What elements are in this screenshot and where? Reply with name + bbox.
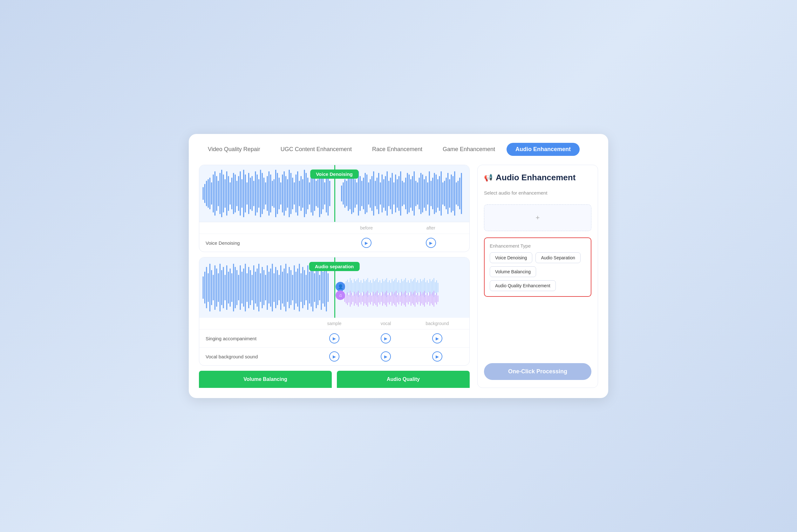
- play-vocal-vocal[interactable]: ▶: [360, 352, 412, 362]
- play-vocal-singing[interactable]: ▶: [360, 333, 412, 343]
- play-background-singing[interactable]: ▶: [412, 333, 463, 343]
- svg-rect-66: [314, 176, 315, 211]
- svg-rect-91: [366, 175, 367, 212]
- svg-rect-130: [432, 178, 433, 209]
- svg-rect-344: [413, 292, 414, 305]
- svg-rect-348: [419, 296, 419, 302]
- svg-rect-294: [346, 294, 346, 303]
- play-btn[interactable]: ▶: [329, 333, 339, 343]
- svg-rect-137: [444, 181, 445, 206]
- play-before-btn[interactable]: ▶: [361, 238, 372, 248]
- svg-rect-339: [406, 295, 407, 303]
- svg-rect-218: [321, 265, 322, 310]
- svg-rect-186: [267, 265, 268, 310]
- svg-rect-99: [380, 183, 381, 205]
- play-after[interactable]: ▶: [399, 238, 463, 248]
- svg-rect-297: [350, 291, 350, 307]
- svg-rect-3: [208, 179, 209, 208]
- svg-rect-298: [351, 293, 352, 304]
- tab-audio[interactable]: Audio Enhancement: [507, 143, 580, 156]
- svg-rect-116: [409, 175, 410, 212]
- svg-rect-296: [349, 295, 349, 303]
- svg-rect-5: [211, 183, 212, 205]
- svg-rect-234: [359, 282, 360, 293]
- play-before[interactable]: ▶: [334, 238, 399, 248]
- tab-ugc[interactable]: UGC Content Enhancement: [272, 143, 361, 156]
- svg-rect-131: [434, 173, 435, 214]
- play-btn[interactable]: ▶: [432, 333, 442, 343]
- svg-rect-103: [387, 171, 388, 215]
- svg-rect-155: [215, 265, 215, 310]
- svg-rect-345: [415, 291, 415, 307]
- svg-rect-208: [304, 270, 305, 305]
- svg-rect-166: [233, 264, 234, 311]
- svg-rect-100: [382, 175, 383, 212]
- svg-rect-110: [399, 176, 399, 211]
- svg-rect-0: [203, 187, 204, 200]
- play-background-vocal[interactable]: ▶: [412, 352, 463, 362]
- svg-rect-321: [382, 292, 383, 306]
- svg-rect-119: [414, 171, 415, 215]
- svg-rect-285: [428, 283, 429, 292]
- svg-rect-248: [378, 282, 379, 293]
- svg-rect-305: [361, 293, 361, 304]
- tag-voice-denoising[interactable]: Voice Denoising: [490, 252, 532, 263]
- svg-rect-24: [243, 170, 244, 217]
- svg-rect-243: [372, 283, 372, 292]
- svg-rect-82: [351, 173, 352, 214]
- play-btn[interactable]: ▶: [381, 333, 391, 343]
- tab-race[interactable]: Race Enhancement: [363, 143, 431, 156]
- svg-rect-170: [240, 265, 241, 310]
- svg-rect-60: [304, 170, 305, 217]
- play-sample-vocal[interactable]: ▶: [309, 352, 360, 362]
- svg-rect-352: [424, 291, 425, 307]
- svg-rect-43: [275, 170, 276, 217]
- svg-rect-83: [353, 175, 354, 212]
- svg-rect-121: [417, 183, 418, 205]
- svg-rect-101: [383, 179, 384, 208]
- upload-box[interactable]: +: [484, 205, 592, 231]
- svg-rect-333: [399, 293, 399, 304]
- svg-rect-214: [314, 273, 315, 302]
- tag-audio-separation[interactable]: Audio Separation: [536, 252, 580, 263]
- row-label-vocal: Vocal background sound: [205, 354, 309, 359]
- play-btn[interactable]: ▶: [432, 352, 442, 362]
- panel-title-row: 📢 Audio Enhancement: [484, 173, 592, 183]
- svg-rect-54: [294, 183, 295, 205]
- svg-rect-291: [436, 280, 437, 295]
- svg-rect-329: [393, 294, 394, 303]
- svg-rect-353: [425, 295, 426, 303]
- one-click-processing-button[interactable]: One-Click Processing: [484, 363, 592, 380]
- tag-audio-quality[interactable]: Audio Quality Enhancement: [490, 280, 556, 291]
- play-after-btn[interactable]: ▶: [426, 238, 436, 248]
- svg-rect-112: [402, 181, 403, 206]
- svg-rect-164: [230, 268, 231, 307]
- tab-game[interactable]: Game Enhancement: [434, 143, 504, 156]
- svg-rect-31: [255, 171, 256, 215]
- svg-rect-238: [365, 281, 365, 294]
- tag-volume-balancing[interactable]: Volume Balancing: [490, 266, 536, 277]
- svg-rect-188: [270, 268, 271, 307]
- svg-rect-156: [216, 268, 217, 307]
- play-sample-singing[interactable]: ▶: [309, 333, 360, 343]
- play-btn[interactable]: ▶: [381, 352, 391, 362]
- play-btn[interactable]: ▶: [329, 352, 339, 362]
- background-label: background: [412, 321, 463, 326]
- svg-rect-95: [373, 171, 374, 215]
- svg-rect-312: [370, 293, 371, 304]
- svg-rect-135: [441, 171, 442, 215]
- svg-rect-94: [372, 176, 373, 211]
- svg-rect-202: [294, 265, 295, 310]
- svg-rect-129: [431, 181, 432, 206]
- audio-separation-badge: Audio separation: [309, 262, 360, 271]
- svg-rect-8: [216, 176, 217, 211]
- svg-rect-351: [423, 292, 423, 305]
- svg-rect-118: [412, 176, 413, 211]
- svg-rect-75: [329, 181, 330, 206]
- svg-rect-128: [429, 171, 430, 215]
- tab-video-quality[interactable]: Video Quality Repair: [199, 143, 269, 156]
- svg-rect-32: [257, 175, 258, 212]
- svg-rect-152: [210, 264, 211, 311]
- svg-rect-73: [326, 175, 327, 212]
- row-label-singing: Singing accompaniment: [205, 336, 309, 341]
